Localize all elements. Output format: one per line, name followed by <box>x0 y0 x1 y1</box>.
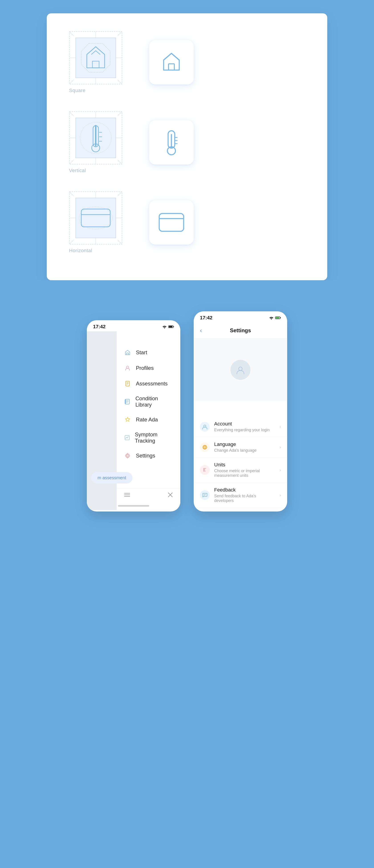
feedback-icon <box>202 492 208 498</box>
card-icon-preview <box>158 212 185 232</box>
settings-item-account[interactable]: Account Everything regarding your login … <box>194 416 287 437</box>
settings-item-feedback[interactable]: Feedback Send feedback to Ada's develope… <box>194 483 287 508</box>
wifi-icon <box>162 325 167 329</box>
svg-point-51 <box>164 328 165 329</box>
account-subtitle: Everything regarding your login <box>214 428 275 432</box>
settings-body: Account Everything regarding your login … <box>194 408 287 512</box>
assessment-button[interactable]: m assessment <box>91 472 133 484</box>
preview-horizontal-card <box>149 200 194 245</box>
svg-marker-65 <box>125 417 130 422</box>
phone-right-status-icons <box>269 316 281 319</box>
language-icon <box>202 444 208 450</box>
rate-ada-icon <box>124 416 131 424</box>
blueprint-square: Square <box>69 31 122 93</box>
menu-item-start-label: Start <box>136 349 147 355</box>
blueprint-vertical-label: Vertical <box>69 168 122 174</box>
symptom-tracking-icon <box>124 434 130 441</box>
blueprint-horizontal-svg <box>69 191 122 245</box>
units-text: Units Choose metric or imperial measurem… <box>214 462 275 478</box>
settings-top-space <box>194 339 287 401</box>
svg-line-45 <box>118 240 122 244</box>
svg-line-6 <box>69 32 74 36</box>
menu-item-profiles[interactable]: Profiles <box>117 360 180 376</box>
battery-icon-right <box>275 316 281 319</box>
menu-item-settings-label: Settings <box>136 453 155 459</box>
phone-right-time: 17:42 <box>200 315 212 321</box>
account-icon <box>202 424 208 430</box>
blueprint-square-svg <box>69 31 122 85</box>
language-subtitle: Change Ada's language <box>214 448 275 453</box>
condition-library-icon <box>124 398 131 405</box>
account-title: Account <box>214 421 275 427</box>
svg-point-76 <box>239 367 242 371</box>
bottom-section: 17:42 <box>0 280 374 681</box>
svg-rect-37 <box>76 198 116 238</box>
settings-item-language[interactable]: Language Change Ada's language › <box>194 437 287 458</box>
assessments-icon <box>124 380 131 388</box>
svg-point-67 <box>127 455 128 457</box>
menu-item-start[interactable]: Start <box>117 345 180 360</box>
svg-line-22 <box>118 160 122 164</box>
account-chevron: › <box>279 424 281 429</box>
settings-item-units[interactable]: Units Choose metric or imperial measurem… <box>194 458 287 483</box>
menu-item-assessments[interactable]: Assessments <box>117 376 180 392</box>
icon-row-vertical: Vertical <box>69 111 305 174</box>
icon-row-square: Square <box>69 31 305 93</box>
language-text: Language Change Ada's language <box>214 441 275 453</box>
svg-rect-54 <box>127 353 128 355</box>
units-subtitle: Choose metric or imperial measurement un… <box>214 469 263 478</box>
menu-item-symptom-tracking[interactable]: Symptom Tracking <box>117 428 180 448</box>
feedback-text: Feedback Send feedback to Ada's develope… <box>214 487 275 503</box>
svg-line-21 <box>69 160 74 164</box>
units-title: Units <box>214 462 275 468</box>
settings-title: Settings <box>230 328 251 334</box>
svg-line-44 <box>69 240 74 244</box>
svg-line-43 <box>118 192 122 196</box>
settings-icon <box>124 452 131 460</box>
svg-rect-56 <box>126 381 130 386</box>
phone-left-status-icons <box>162 325 174 329</box>
language-icon-bg <box>200 442 210 452</box>
menu-item-condition-library[interactable]: Condition Library <box>117 392 180 412</box>
menu-item-condition-library-label: Condition Library <box>135 395 173 408</box>
menu-item-rate-ada[interactable]: Rate Ada <box>117 412 180 428</box>
phone-left-time: 17:42 <box>93 324 106 330</box>
phone-right: 17:42 ‹ Settings <box>194 311 287 512</box>
phone-left-home-bar <box>118 505 149 506</box>
preview-square-card <box>149 40 194 85</box>
feedback-icon-bg <box>200 490 210 500</box>
units-icon-bg <box>200 465 210 475</box>
menu-item-rate-ada-label: Rate Ada <box>136 416 158 423</box>
menu-item-settings[interactable]: Settings <box>117 448 180 463</box>
account-icon-bg <box>200 422 210 432</box>
profiles-icon <box>124 364 131 372</box>
menu-item-profiles-label: Profiles <box>136 365 153 371</box>
language-chevron: › <box>279 444 281 450</box>
top-section: Square <box>0 0 374 280</box>
blueprint-vertical: Vertical <box>69 111 122 174</box>
wifi-icon-right <box>269 316 274 319</box>
svg-line-8 <box>69 80 74 84</box>
account-text: Account Everything regarding your login <box>214 421 275 432</box>
svg-line-20 <box>118 112 122 116</box>
svg-rect-1 <box>76 38 116 78</box>
home-icon-preview <box>159 50 184 74</box>
language-title: Language <box>214 441 275 447</box>
preview-vertical-card <box>149 120 194 164</box>
phone-left: 17:42 <box>87 320 180 512</box>
white-card: Square <box>47 13 327 280</box>
close-icon[interactable] <box>167 492 173 498</box>
menu-footer <box>117 488 180 501</box>
svg-rect-49 <box>159 214 184 231</box>
svg-rect-53 <box>169 326 173 328</box>
units-icon <box>202 467 208 473</box>
blueprint-vertical-svg <box>69 111 122 164</box>
settings-item-about[interactable]: About Ada View information about Ada › <box>194 508 287 512</box>
start-icon <box>124 349 131 356</box>
phones-container: 17:42 <box>0 303 374 512</box>
back-button[interactable]: ‹ <box>200 327 202 334</box>
svg-rect-12 <box>169 64 174 70</box>
avatar-placeholder <box>230 360 251 380</box>
thermometer-icon-preview <box>160 129 182 156</box>
units-chevron: › <box>279 467 281 473</box>
